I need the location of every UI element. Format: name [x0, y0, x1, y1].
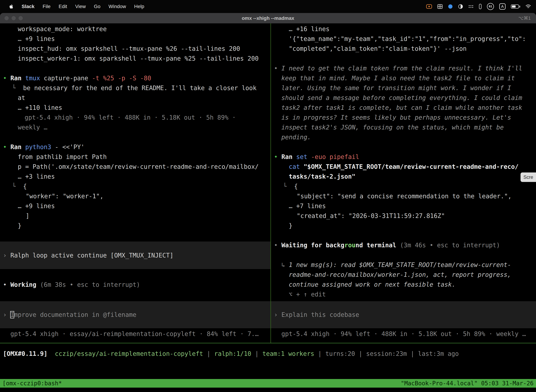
text-segment: nd terminal — [356, 242, 400, 249]
grid-icon[interactable] — [437, 4, 443, 9]
text-segment: tasks/task-2.json" — [289, 173, 355, 180]
text-segment: { — [23, 183, 27, 190]
window-title: omx --xhigh --madmax — [242, 13, 294, 23]
terminal-line: should send a message before completing … — [271, 93, 536, 103]
text-segment: { — [294, 183, 298, 190]
battery-percent-badge[interactable]: 61 — [487, 3, 494, 10]
terminal-line: • I need to get the claim token from the… — [271, 63, 536, 73]
text-segment: set — [296, 153, 311, 160]
terminal-line: • Working (6m 38s • esc to interrupt) — [0, 280, 270, 289]
battery-icon[interactable] — [511, 5, 520, 9]
screen-tooltip: Scre — [521, 173, 536, 182]
menu-item-view[interactable]: View — [71, 4, 90, 9]
text-segment: … +9 lines — [18, 35, 55, 42]
text-segment: › — [3, 311, 10, 318]
text-segment: session:23m — [366, 350, 407, 357]
pane-right: … +16 lines'{"team_name":"my-team","task… — [271, 23, 536, 343]
menu-item-help[interactable]: Help — [130, 4, 148, 9]
text-segment: └ — [283, 183, 294, 190]
menu-item-edit[interactable]: Edit — [54, 4, 71, 9]
text-segment: gpt-5.4 xhigh · 94% left · 488K in · 5.1… — [25, 114, 236, 121]
terminal-line: • Ran tmux capture-pane -t %25 -p -S -80 — [0, 73, 270, 83]
text-segment: inspect_worker-1: omx sparkshell --tmux-… — [18, 55, 259, 62]
text-segment: • — [274, 153, 281, 160]
prompt-suggestion[interactable]: › Explain this codebase — [271, 301, 536, 328]
spacer — [271, 250, 536, 260]
band-line: › Improve documentation in @filename — [0, 310, 136, 320]
omx-status-line: [OMX#0.11.9] cczip/essay/ai-reimplementa… — [0, 349, 459, 359]
close-button[interactable] — [5, 16, 9, 20]
terminal-line: ] — [0, 211, 270, 221]
text-segment: Ralph loop active continue [OMX_TMUX_INJ… — [10, 252, 173, 259]
text-segment: readme-and-reco/mailbox/worker-1.json, a… — [289, 271, 511, 278]
minimize-button[interactable] — [12, 16, 16, 20]
prompt-input[interactable]: › Improve documentation in @filename — [0, 301, 270, 328]
wifi-icon[interactable] — [526, 4, 531, 9]
text-segment: (3m 46s • esc to interrupt) — [400, 242, 500, 249]
terminal-line: tasks/task-2.json" — [271, 172, 536, 182]
tmux-session-info: [omx-cczip0:bash* — [2, 380, 62, 387]
text-segment: be necessary for the end of the README. … — [23, 84, 257, 92]
window-titlebar[interactable]: omx --xhigh --madmax ⌥⌘1 — [0, 13, 536, 23]
terminal-line: is in progress? It seems likely but perh… — [271, 112, 536, 122]
text-segment: } — [18, 222, 21, 229]
apple-menu[interactable] — [5, 4, 18, 9]
dots-grid-icon[interactable] — [468, 5, 474, 9]
text-segment: └ — [12, 84, 23, 92]
terminal-line: inspect task2's JSON, focusing on the st… — [271, 122, 536, 132]
menu-bar: Slack File Edit View Go Window Help 61 A — [0, 0, 536, 13]
contrast-icon[interactable] — [458, 4, 463, 9]
blue-app-icon[interactable] — [448, 4, 453, 9]
text-segment: "subject": "send a concise recommendatio… — [297, 193, 512, 200]
menu-item-window[interactable]: Window — [105, 4, 130, 9]
window-shortcut-hint: ⌥⌘1 — [518, 13, 531, 23]
zoom-button[interactable] — [19, 16, 23, 20]
terminal-line: … +9 lines — [0, 201, 270, 211]
text-segment: › — [3, 252, 10, 259]
terminal-line: keep that in mind. Maybe I also need the… — [271, 73, 536, 83]
text-segment: "created_at": "2026-03-31T11:59:27.816Z" — [297, 212, 445, 219]
pill-icon[interactable] — [479, 4, 482, 9]
terminal-line: gpt-5.4 xhigh · 94% left · 488K in · 5.1… — [0, 112, 270, 122]
tmux-status-bar: [omx-cczip0:bash* "MacBook-Pro-44.local"… — [0, 379, 536, 387]
terminal-line: "worker": "worker-1", — [0, 191, 270, 201]
screen-recording-indicator-icon[interactable] — [426, 4, 432, 9]
tmux-host-time: "MacBook-Pro-44.local" 05:03 31-Mar-26 — [401, 380, 534, 387]
text-segment: … +110 lines — [18, 104, 62, 111]
text-segment: capture-pane — [44, 75, 92, 82]
text-segment: Explain this codebase — [281, 311, 359, 318]
terminal-line: from pathlib import Path — [0, 152, 270, 162]
terminal-line: gpt-5.4 xhigh · essay/ai-reimplementatio… — [0, 329, 270, 339]
text-segment: ralph:1/10 — [214, 350, 251, 357]
text-segment: … +9 lines — [18, 202, 55, 210]
text-segment: ] — [26, 212, 29, 219]
terminal-line: • Waiting for background terminal (3m 46… — [271, 240, 536, 250]
text-segment: • — [274, 242, 281, 249]
terminal-line: continue assigned work or next feasible … — [271, 280, 536, 289]
terminal-line: └ { — [0, 182, 270, 191]
input-source-icon[interactable]: A — [499, 3, 506, 10]
terminal-line: task2 after task1 is complete, but can I… — [271, 103, 536, 112]
text-segment: from pathlib import Path — [18, 153, 107, 160]
text-segment: [OMX#0.11.9] — [3, 350, 55, 357]
text-segment: Ran — [281, 153, 296, 160]
menu-app-name[interactable]: Slack — [18, 4, 38, 9]
terminal-line: └ be necessary for the end of the README… — [0, 83, 270, 93]
menu-item-go[interactable]: Go — [90, 4, 105, 9]
pane-left: workspace_mode: worktree… +9 linesinspec… — [0, 23, 270, 343]
text-segment: ↳ — [281, 261, 289, 268]
text-segment: should send a message before completing … — [281, 94, 522, 101]
terminal-line: … +9 lines — [0, 34, 270, 44]
terminal-line: later. Using the same for transition mig… — [271, 83, 536, 93]
spacer — [0, 132, 270, 142]
text-segment: (6m 38s • esc to interrupt) — [40, 281, 140, 288]
text-segment: weekly … — [18, 124, 48, 131]
text-segment: - <<'PY' — [55, 144, 85, 150]
text-segment: • — [3, 75, 10, 82]
menu-item-file[interactable]: File — [38, 4, 54, 9]
text-segment: workspace_mode: worktree — [18, 25, 107, 33]
terminal-line: "created_at": "2026-03-31T11:59:27.816Z" — [271, 211, 536, 221]
text-segment: cat — [289, 163, 304, 170]
text-segment: "worker": "worker-1", — [26, 193, 104, 200]
text-segment: … +16 lines — [289, 25, 330, 33]
